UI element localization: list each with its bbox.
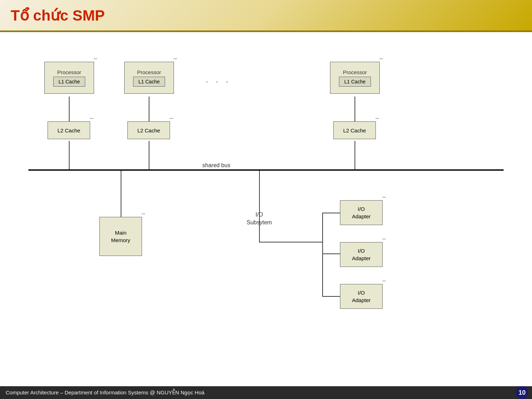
footer-text: Computer Architecture – Department of In… [6,389,204,396]
l2-cache-2-label: L2 Cache [137,127,160,133]
line-proc3-l2 [355,97,355,121]
processor-3-label: Processor [343,69,367,75]
shared-bus-label: shared bus [202,162,230,169]
io-adapter-3-label: I/O Adapter [352,289,371,304]
line-to-adapter3 [322,296,340,297]
l2-cache-1-box: L2 Cache [48,121,90,139]
shared-bus-line [28,169,504,171]
page-title: Tổ chức SMP [11,7,105,24]
processor-3-box: Processor L1 Cache [330,62,380,94]
line-bus-mainmem [121,171,121,217]
l2-cache-1-label: L2 Cache [57,127,80,133]
io-adapter-1-box: I/O Adapter [340,200,383,225]
processor-1-label: Processor [57,69,81,75]
io-adapter-3-box: I/O Adapter [340,284,383,309]
line-l2-3-bus [355,141,355,169]
processor-3-l1-cache: L1 Cache [339,77,371,87]
line-proc2-l2 [149,97,149,121]
line-bus-io [259,171,260,242]
diagram-area: Processor L1 Cache L2 Cache Processor L1… [0,33,532,386]
dots-indicator: . . . [206,75,231,84]
header: Tổ chức SMP [0,0,532,32]
processor-2-l1-cache: L1 Cache [133,77,165,87]
io-adapter-2-box: I/O Adapter [340,242,383,267]
line-io-adapters-h [259,242,323,242]
processor-2-box: Processor L1 Cache [124,62,174,94]
footer-badge: 10 [516,386,528,399]
line-l2-2-bus [149,141,149,169]
io-subsystem-label: I/OSubsytem [247,211,272,227]
main-memory-box: Main Memory [99,217,142,256]
processor-2-label: Processor [137,69,161,75]
line-l2-1-bus [69,141,70,169]
footer: Computer Architecture – Department of In… [0,386,532,399]
io-adapter-1-label: I/O Adapter [352,205,371,220]
processor-1-l1-cache: L1 Cache [53,77,85,87]
l2-cache-3-label: L2 Cache [343,127,366,133]
line-to-adapter2 [322,253,340,254]
io-adapter-2-label: I/O Adapter [352,247,371,262]
line-adapter3-v [322,242,323,296]
processor-1-box: Processor L1 Cache [44,62,94,94]
line-adapter1-v [322,213,323,242]
line-to-adapter1 [322,213,340,213]
l2-cache-2-box: L2 Cache [127,121,170,139]
main-memory-label: Main Memory [111,229,130,244]
l2-cache-3-box: L2 Cache [333,121,376,139]
line-proc1-l2 [69,97,70,121]
